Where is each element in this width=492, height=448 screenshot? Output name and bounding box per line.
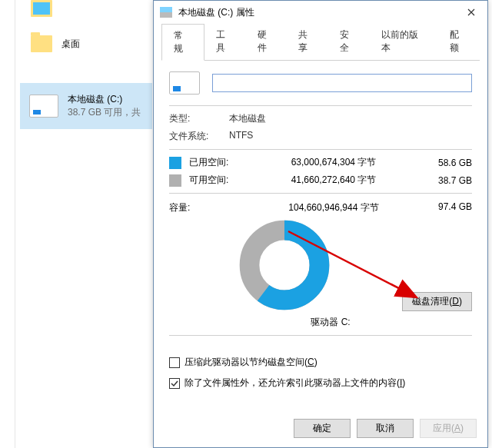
drive-name: 本地磁盘 (C:) <box>68 93 141 106</box>
cancel-button[interactable]: 取消 <box>357 419 414 438</box>
free-swatch-icon <box>169 174 181 187</box>
checkbox-icon <box>169 357 180 368</box>
explorer-pane: 桌面 本地磁盘 (C:) 38.7 GB 可用，共 <box>0 0 153 448</box>
compress-label: 压缩此驱动器以节约磁盘空间(C) <box>184 356 317 369</box>
folder-icon <box>31 0 52 17</box>
used-label: 已用空间: <box>189 156 244 169</box>
tab-sharing[interactable]: 共享 <box>287 24 328 60</box>
fs-value: NTFS <box>229 130 253 143</box>
svg-point-2 <box>264 245 304 284</box>
checkbox-icon <box>169 378 180 389</box>
separator <box>169 149 472 150</box>
capacity-label: 容量: <box>169 201 244 214</box>
explorer-item-drive-c[interactable]: 本地磁盘 (C:) 38.7 GB 可用，共 <box>20 83 152 129</box>
apply-button: 应用(A) <box>420 419 477 438</box>
used-gb: 58.6 GB <box>423 158 472 168</box>
close-icon <box>467 8 475 16</box>
free-bytes: 41,660,272,640 字节 <box>244 174 423 187</box>
dialog-button-row: 确定 取消 应用(A) <box>294 419 477 438</box>
separator <box>169 335 472 336</box>
explorer-item-desktop[interactable]: 桌面 <box>31 35 80 52</box>
free-label: 可用空间: <box>189 174 244 187</box>
tab-quota[interactable]: 配额 <box>438 24 480 60</box>
free-gb: 38.7 GB <box>423 175 472 186</box>
drive-icon <box>169 71 200 95</box>
used-swatch-icon <box>169 157 181 169</box>
titlebar[interactable]: 本地磁盘 (C:) 属性 <box>154 1 487 24</box>
tab-hardware[interactable]: 硬件 <box>246 24 288 60</box>
usage-donut-chart <box>238 219 331 311</box>
explorer-item-videos[interactable] <box>31 0 52 17</box>
disk-cleanup-label: 磁盘清理(D) <box>412 296 462 307</box>
explorer-item-label: 桌面 <box>62 38 80 51</box>
type-value: 本地磁盘 <box>229 112 266 125</box>
close-button[interactable] <box>455 1 487 24</box>
drive-caption: 驱动器 C: <box>189 316 472 329</box>
disk-cleanup-button[interactable]: 磁盘清理(D) <box>402 292 472 311</box>
tab-security[interactable]: 安全 <box>328 24 370 60</box>
drive-text: 本地磁盘 (C:) 38.7 GB 可用，共 <box>68 93 141 119</box>
tab-general[interactable]: 常规 <box>161 24 204 61</box>
properties-dialog: 本地磁盘 (C:) 属性 常规 工具 硬件 共享 安全 以前的版本 配额 类型:… <box>153 0 488 448</box>
ok-button[interactable]: 确定 <box>294 419 351 438</box>
tab-bar: 常规 工具 硬件 共享 安全 以前的版本 配额 <box>161 24 480 61</box>
used-space-row: 已用空间: 63,000,674,304 字节 58.6 GB <box>169 156 472 169</box>
tab-content-general: 类型: 本地磁盘 文件系统: NTFS 已用空间: 63,000,674,304… <box>154 61 487 405</box>
fs-label: 文件系统: <box>169 130 229 143</box>
tab-tools[interactable]: 工具 <box>204 24 246 60</box>
drive-name-input[interactable] <box>212 74 472 92</box>
tab-previous[interactable]: 以前的版本 <box>370 24 438 60</box>
free-space-row: 可用空间: 41,660,272,640 字节 38.7 GB <box>169 174 472 187</box>
folder-icon <box>31 35 52 52</box>
capacity-bytes: 104,660,946,944 字节 <box>244 201 423 214</box>
drive-subtitle: 38.7 GB 可用，共 <box>68 106 141 119</box>
used-bytes: 63,000,674,304 字节 <box>244 156 423 169</box>
capacity-row: 容量: 104,660,946,944 字节 97.4 GB <box>169 201 472 214</box>
compress-checkbox-row[interactable]: 压缩此驱动器以节约磁盘空间(C) <box>169 356 472 369</box>
index-label: 除了文件属性外，还允许索引此驱动器上文件的内容(I) <box>184 377 405 390</box>
explorer-tree-strip <box>0 0 15 448</box>
separator <box>169 105 472 106</box>
drive-icon <box>29 95 58 118</box>
capacity-gb: 97.4 GB <box>423 201 472 214</box>
drive-icon <box>160 7 172 18</box>
type-label: 类型: <box>169 112 229 125</box>
dialog-title: 本地磁盘 (C:) 属性 <box>178 6 481 19</box>
index-checkbox-row[interactable]: 除了文件属性外，还允许索引此驱动器上文件的内容(I) <box>169 377 472 390</box>
separator <box>169 193 472 194</box>
